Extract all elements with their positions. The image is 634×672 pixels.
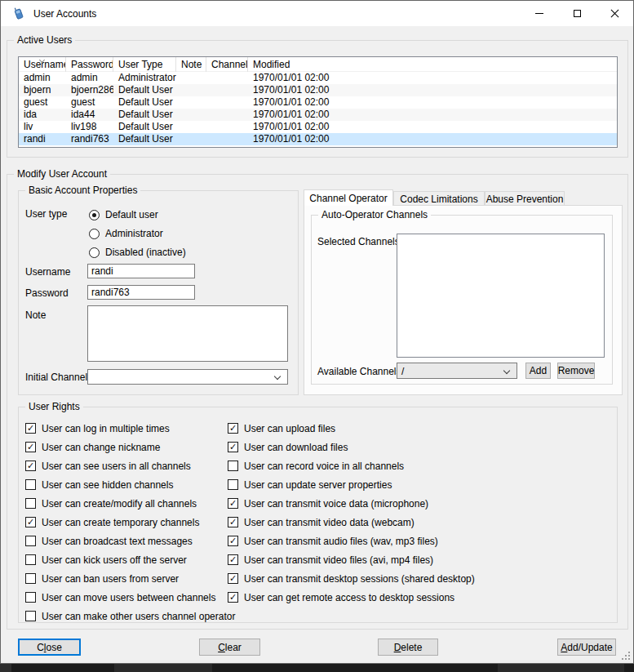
note-textarea[interactable] [87,305,288,362]
checkbox-label: User can create/modify all channels [42,498,197,510]
table-row[interactable]: randirandi763Default User1970/01/01 02:0… [19,133,617,145]
selected-channels-label: Selected Channels [317,236,400,247]
radio-default-user[interactable]: Default user [89,209,158,220]
table-cell: randi763 [66,133,113,145]
add-update-button[interactable]: Add/Update [557,639,616,656]
user-right-checkbox[interactable]: User can see users in all channels [25,461,235,471]
checkbox-unchecked-icon [25,498,36,509]
user-right-checkbox[interactable]: User can transmit audio files (wav, mp3 … [228,536,475,546]
remove-button[interactable]: Remove [557,363,595,379]
table-cell: bjoern [19,84,66,96]
user-right-checkbox[interactable]: User can update server properties [228,479,475,490]
user-right-checkbox[interactable]: User can transmit video data (webcam) [228,517,475,527]
checkbox-checked-icon [228,498,238,509]
user-right-checkbox[interactable]: User can kick users off the server [25,554,235,565]
column-header-channel[interactable]: Channel [206,57,248,72]
table-cell: liv198 [66,121,113,133]
table-cell: Default User [113,133,176,145]
window-title: User Accounts [33,8,96,20]
checkbox-checked-icon [228,592,238,603]
radio-label: Disabled (inactive) [105,247,186,258]
table-row[interactable]: bjoernbjoern286Default User1970/01/01 02… [19,84,617,96]
column-header-password[interactable]: Password [66,57,113,72]
radio-disabled[interactable]: Disabled (inactive) [89,247,186,258]
table-row[interactable]: idaida44Default User1970/01/01 02:00 [19,109,617,121]
table-row[interactable]: livliv198Default User1970/01/01 02:00 [19,121,617,133]
selected-channels-listbox[interactable] [397,234,605,358]
checkbox-unchecked-icon [25,611,36,621]
user-right-checkbox[interactable]: User can get remote access to desktop se… [228,592,475,603]
add-button[interactable]: Add [525,363,551,379]
checkbox-label: User can log in multiple times [42,423,170,434]
user-right-checkbox[interactable]: User can move users between channels [25,592,235,603]
delete-button[interactable]: Delete [378,639,438,656]
background-window-edge [0,664,634,672]
checkbox-label: User can upload files [244,423,335,434]
table-cell: Default User [113,96,176,109]
table-cell [206,121,248,133]
table-row[interactable]: guestguestDefault User1970/01/01 02:00 [19,96,617,109]
minimize-icon [535,13,543,14]
username-input[interactable]: randi [87,264,195,278]
table-cell: 1970/01/01 02:00 [248,96,617,109]
tab-channel-operator[interactable]: Channel Operator [304,189,393,206]
table-cell: bjoern286 [66,84,113,96]
radio-icon [89,247,100,258]
user-right-checkbox[interactable]: User can broadcast text messages [25,536,235,546]
radio-administrator[interactable]: Administrator [89,228,163,239]
user-right-checkbox[interactable]: User can make other users channel operat… [25,611,235,621]
user-type-label: User type [25,208,67,220]
user-right-checkbox[interactable]: User can log in multiple times [25,423,235,434]
close-button[interactable]: Close [18,639,81,656]
user-right-checkbox[interactable]: User can transmit video files (avi, mp4 … [228,554,475,565]
user-accounts-window: User Accounts Active Users Username Pass… [0,0,634,664]
column-header-modified[interactable]: Modified [248,57,617,72]
user-right-checkbox[interactable]: User can ban users from server [25,573,235,584]
user-right-checkbox[interactable]: User can see hidden channels [25,479,235,490]
user-table: Username Password User Type Note Channel… [18,56,618,148]
close-window-button[interactable] [596,1,633,26]
password-label: Password [25,287,69,299]
checkbox-unchecked-icon [25,573,36,584]
radio-label: Administrator [105,228,163,239]
user-right-checkbox[interactable]: User can change nickname [25,442,235,452]
column-header-note[interactable]: Note [176,57,206,72]
user-right-checkbox[interactable]: User can record voice in all channels [228,461,475,471]
tab-abuse-prevention[interactable]: Abuse Prevention [485,191,565,206]
user-right-checkbox[interactable]: User can transmit voice data (microphone… [228,498,475,509]
checkbox-label: User can kick users off the server [42,554,187,566]
checkbox-label: User can move users between channels [42,592,215,603]
table-cell [206,72,248,84]
checkbox-label: User can update server properties [244,479,392,491]
clear-button[interactable]: Clear [199,639,260,656]
titlebar[interactable]: User Accounts [1,1,633,26]
minimize-button[interactable] [521,1,558,26]
initial-channel-combobox[interactable] [87,369,288,385]
table-cell [176,133,206,145]
user-rights-group-label: User Rights [25,401,83,413]
tab-codec-limitations[interactable]: Codec Limitations [393,191,485,206]
close-icon [610,9,619,18]
password-input[interactable]: randi763 [87,285,195,300]
resize-grip[interactable] [622,652,630,660]
table-cell: 1970/01/01 02:00 [248,72,617,84]
user-right-checkbox[interactable]: User can transmit desktop sessions (shar… [228,573,475,584]
table-cell: ida44 [66,109,113,121]
maximize-button[interactable] [558,1,596,26]
table-row[interactable]: adminadminAdministrator1970/01/01 02:00 [19,72,617,84]
column-header-usertype[interactable]: User Type [113,57,176,72]
initial-channel-label: Initial Channel [25,372,87,383]
user-right-checkbox[interactable]: User can download files [228,442,475,452]
checkbox-label: User can transmit video files (avi, mp4 … [244,554,433,566]
table-cell [206,96,248,109]
table-cell [176,109,206,121]
checkbox-label: User can broadcast text messages [42,536,193,547]
user-right-checkbox[interactable]: User can create temporary channels [25,517,235,527]
checkbox-unchecked-icon [25,592,36,603]
user-right-checkbox[interactable]: User can create/modify all channels [25,498,235,509]
user-right-checkbox[interactable]: User can upload files [228,423,475,434]
table-cell: Default User [113,109,176,121]
available-channels-combobox[interactable]: / [397,363,517,379]
table-cell: ida [19,109,66,121]
table-cell: 1970/01/01 02:00 [248,121,617,133]
